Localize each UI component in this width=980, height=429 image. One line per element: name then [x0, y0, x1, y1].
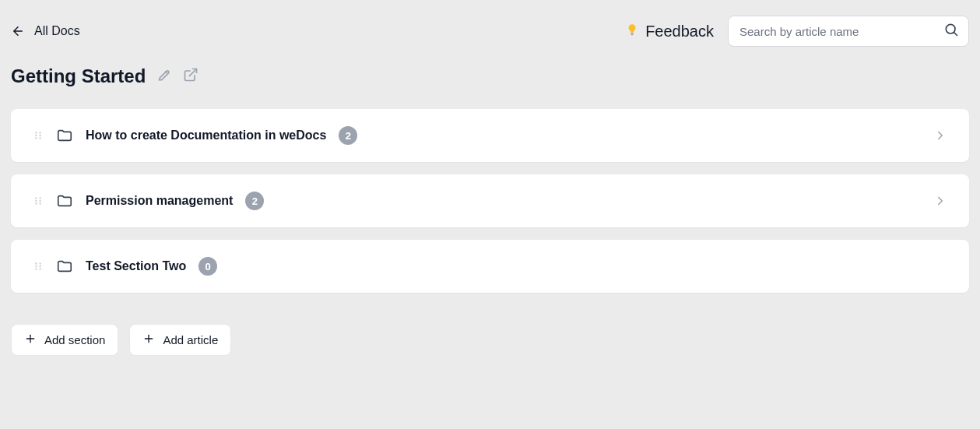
- svg-line-3: [954, 33, 957, 36]
- page-title: Getting Started: [11, 65, 146, 87]
- feedback-label: Feedback: [645, 23, 714, 40]
- search-wrap: [728, 16, 969, 47]
- svg-point-13: [39, 200, 40, 202]
- svg-point-11: [39, 197, 40, 199]
- svg-point-21: [39, 268, 40, 269]
- svg-point-6: [35, 135, 37, 136]
- drag-handle-icon[interactable]: [33, 195, 44, 206]
- svg-point-20: [35, 268, 37, 269]
- plus-icon: [142, 332, 155, 347]
- action-buttons-row: Add section Add article: [0, 293, 980, 356]
- svg-point-5: [39, 132, 40, 133]
- count-badge: 2: [245, 192, 264, 210]
- folder-icon: [56, 192, 73, 209]
- svg-point-15: [39, 202, 40, 204]
- drag-handle-icon[interactable]: [33, 261, 44, 272]
- page-title-row: Getting Started: [0, 65, 980, 109]
- svg-point-7: [39, 135, 40, 136]
- svg-point-10: [35, 197, 37, 199]
- chevron-right-icon: [933, 194, 947, 208]
- folder-icon: [56, 258, 73, 275]
- svg-point-12: [35, 200, 37, 202]
- add-section-label: Add section: [44, 333, 105, 346]
- arrow-left-icon: [11, 24, 25, 38]
- svg-point-18: [35, 265, 37, 267]
- section-title: Permission management: [86, 194, 233, 208]
- search-icon[interactable]: [943, 22, 959, 40]
- section-title: Test Section Two: [86, 259, 186, 273]
- lightbulb-icon: [625, 23, 639, 40]
- svg-point-17: [39, 262, 40, 264]
- svg-point-16: [35, 262, 37, 264]
- open-external-button[interactable]: [183, 67, 198, 86]
- pencil-icon: [156, 67, 172, 86]
- count-badge: 2: [339, 126, 357, 145]
- feedback-link[interactable]: Feedback: [625, 23, 714, 40]
- header-right: Feedback: [625, 16, 969, 47]
- svg-point-8: [35, 137, 37, 139]
- plus-icon: [24, 332, 37, 347]
- section-list: How to create Documentation in weDocs 2 …: [0, 109, 980, 293]
- add-article-label: Add article: [163, 333, 218, 346]
- section-title: How to create Documentation in weDocs: [86, 128, 326, 142]
- svg-point-14: [35, 202, 37, 204]
- drag-handle-icon[interactable]: [33, 130, 44, 141]
- external-link-icon: [183, 67, 198, 86]
- svg-point-4: [35, 132, 37, 133]
- count-badge: 0: [198, 257, 217, 276]
- svg-rect-0: [631, 33, 634, 34]
- edit-title-button[interactable]: [156, 67, 172, 86]
- section-card[interactable]: Test Section Two 0: [11, 240, 969, 293]
- section-card[interactable]: Permission management 2: [11, 174, 969, 227]
- header-bar: All Docs Feedback: [0, 0, 980, 65]
- add-article-button[interactable]: Add article: [129, 324, 231, 356]
- svg-point-19: [39, 265, 40, 267]
- back-to-all-docs[interactable]: All Docs: [11, 24, 80, 38]
- folder-icon: [56, 127, 73, 144]
- svg-point-9: [39, 137, 40, 139]
- svg-rect-1: [631, 34, 634, 35]
- chevron-right-icon: [933, 128, 947, 142]
- back-label: All Docs: [34, 24, 80, 38]
- add-section-button[interactable]: Add section: [11, 324, 118, 356]
- search-input[interactable]: [739, 25, 936, 38]
- section-card[interactable]: How to create Documentation in weDocs 2: [11, 109, 969, 162]
